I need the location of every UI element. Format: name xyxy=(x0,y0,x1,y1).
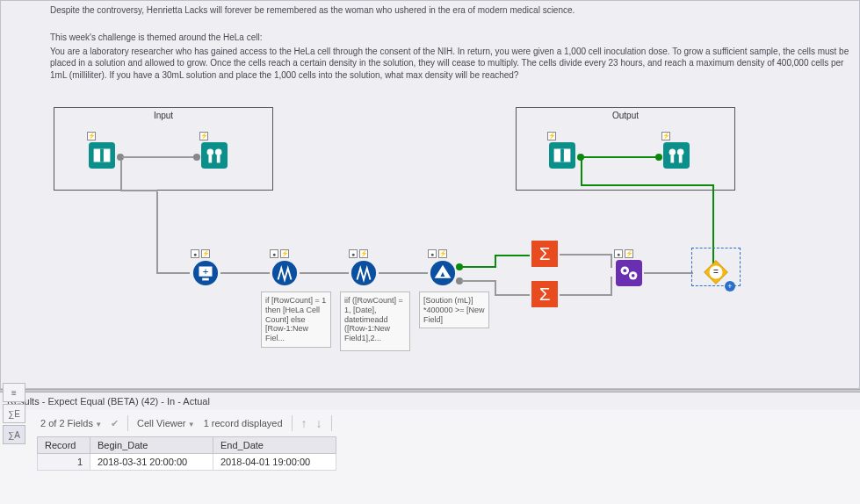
filter-tool[interactable]: ●⚡ ▲ xyxy=(430,260,456,286)
svg-point-31 xyxy=(623,269,626,272)
svg-point-5 xyxy=(215,149,222,156)
expect-equal-tool[interactable]: = + xyxy=(700,256,732,288)
svg-text:+: + xyxy=(203,266,209,277)
svg-rect-10 xyxy=(560,149,564,162)
transform-tool[interactable]: ●⚡ xyxy=(616,260,642,286)
record-count-label: 1 record displayed xyxy=(204,418,283,428)
col-end-date[interactable]: End_Date xyxy=(213,437,336,454)
input-container-title: Input xyxy=(54,111,272,120)
text-input-tool[interactable]: ⚡ xyxy=(89,142,115,169)
formula-annotation-2: iif ([RowCount] = 1, [Date], datetimeadd… xyxy=(340,292,410,351)
sigma-a-tab[interactable]: ∑A xyxy=(3,425,25,444)
filter-annotation: [Soution (mL)] *400000 >= [New Field] xyxy=(419,292,489,328)
svg-point-12 xyxy=(669,149,676,156)
generate-rows-tool[interactable]: ●⚡ + xyxy=(192,260,219,286)
sigma-e-tab[interactable]: ∑E xyxy=(3,404,25,423)
svg-rect-15 xyxy=(679,155,683,162)
col-begin-date[interactable]: Begin_Date xyxy=(90,437,213,454)
svg-rect-18 xyxy=(202,278,209,281)
next-record-icon[interactable]: ↓ xyxy=(316,416,322,430)
output-container-title: Output xyxy=(517,111,734,120)
svg-rect-11 xyxy=(663,142,690,169)
desc-line-3: You are a laboratory researcher who has … xyxy=(50,46,852,82)
svg-point-13 xyxy=(677,149,684,156)
cell-record: 1 xyxy=(38,454,90,471)
svg-rect-7 xyxy=(217,155,220,162)
svg-point-4 xyxy=(207,149,214,156)
multi-row-formula-tool-2[interactable]: ●⚡ xyxy=(351,260,377,286)
summarize-tool-1[interactable]: Σ xyxy=(531,241,558,267)
svg-rect-6 xyxy=(208,155,212,162)
svg-rect-2 xyxy=(100,149,104,162)
text-input-tool-output[interactable]: ⚡ xyxy=(549,142,575,169)
formula-annotation-1: if [RowCount] = 1 then [HeLa Cell Count]… xyxy=(261,292,331,348)
prev-record-icon[interactable]: ↑ xyxy=(301,416,307,430)
add-anchor-icon[interactable]: + xyxy=(725,281,735,292)
fields-dropdown[interactable]: 2 of 2 Fields xyxy=(40,418,102,428)
svg-text:▲: ▲ xyxy=(439,270,446,278)
results-title: Results - Expect Equal (BETA) (42) - In … xyxy=(0,392,860,410)
cell-end-date: 2018-04-01 19:00:00 xyxy=(213,454,336,471)
col-record[interactable]: Record xyxy=(38,437,90,454)
svg-rect-28 xyxy=(616,260,642,286)
svg-rect-3 xyxy=(201,142,228,169)
challenge-description: Despite the controversy, Henrietta Lacks… xyxy=(1,1,859,90)
table-row[interactable]: 1 2018-03-31 20:00:00 2018-04-01 19:00:0… xyxy=(38,454,336,471)
desc-line-1: Despite the controversy, Henrietta Lacks… xyxy=(50,4,852,17)
cell-begin-date: 2018-03-31 20:00:00 xyxy=(90,454,213,471)
apply-check-icon[interactable]: ✔ xyxy=(111,418,119,429)
svg-text:=: = xyxy=(713,267,719,277)
browse-tool-input[interactable]: ⚡ xyxy=(201,142,228,169)
results-grid[interactable]: Record Begin_Date End_Date 1 2018-03-31 … xyxy=(37,436,336,471)
summarize-tool-2[interactable]: Σ xyxy=(531,281,558,307)
desc-line-2: This week's challenge is themed around t… xyxy=(50,32,852,44)
browse-tool-output[interactable]: ⚡ xyxy=(663,142,690,169)
messages-tab-icon[interactable]: ≡ xyxy=(3,383,25,402)
results-toolbar: 2 of 2 Fields ✔ Cell Viewer 1 record dis… xyxy=(37,410,860,436)
svg-text:Σ: Σ xyxy=(539,243,551,263)
svg-rect-14 xyxy=(670,155,674,162)
svg-point-32 xyxy=(632,274,635,277)
workflow-canvas[interactable]: Input ⚡ ⚡ Output ⚡ ⚡ xyxy=(1,90,859,388)
multi-row-formula-tool-1[interactable]: ●⚡ xyxy=(271,260,298,286)
input-container[interactable]: Input xyxy=(54,107,273,191)
cell-viewer-dropdown[interactable]: Cell Viewer xyxy=(137,418,195,428)
svg-text:Σ: Σ xyxy=(539,284,551,304)
